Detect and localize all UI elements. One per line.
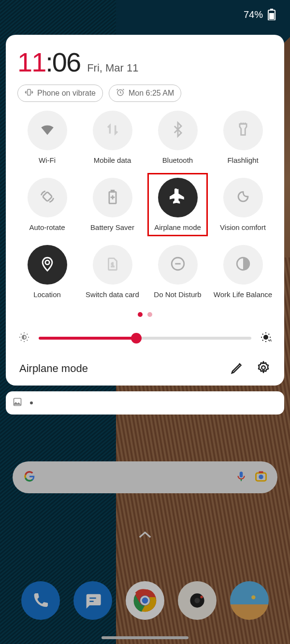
vibrate-label: Phone on vibrate	[37, 89, 96, 98]
chrome-app[interactable]	[126, 581, 164, 620]
status-bar: 74%	[0, 0, 290, 29]
page-dot-1[interactable]	[138, 312, 143, 317]
qs-bluetooth[interactable]: Bluetooth	[145, 111, 210, 164]
qs-battery-saver[interactable]: Battery Saver	[80, 178, 145, 231]
clock-time: 11:06	[17, 46, 80, 78]
wifi-icon	[39, 121, 56, 140]
qs-work-life-balance[interactable]: Work Life Balance	[210, 245, 276, 299]
qs-do-not-disturb[interactable]: Do Not Disturb	[145, 245, 210, 299]
clock-date: Fri, Mar 11	[87, 62, 138, 74]
location-icon	[39, 256, 56, 274]
quick-settings-panel: 11:06 Fri, Mar 11 Phone on vibrate Mon 6…	[6, 35, 284, 386]
qs-switch-data-card-label: Switch data card	[86, 290, 139, 299]
svg-rect-16	[240, 472, 243, 477]
bluetooth-icon	[170, 121, 186, 140]
svg-text:A: A	[269, 338, 272, 343]
qs-location[interactable]: Location	[14, 245, 80, 299]
svg-rect-3	[28, 89, 30, 95]
qs-bluetooth-label: Bluetooth	[162, 156, 193, 164]
phone-app[interactable]	[21, 581, 60, 620]
lens-icon[interactable]	[254, 470, 268, 485]
work-life-balance-icon	[235, 256, 251, 274]
qs-vision-comfort[interactable]: Vision comfort	[210, 178, 276, 231]
do-not-disturb-icon	[170, 256, 186, 274]
gallery-app[interactable]	[230, 581, 269, 620]
qs-flashlight[interactable]: Flashlight	[210, 111, 276, 164]
qs-mobile-data[interactable]: Mobile data	[80, 111, 145, 164]
alarm-chip[interactable]: Mon 6:25 AM	[109, 85, 181, 102]
svg-rect-5	[42, 192, 52, 201]
vision-comfort-icon	[235, 188, 251, 207]
svg-point-14	[261, 366, 265, 370]
qs-auto-rotate-label: Auto-rotate	[29, 223, 65, 231]
settings-button[interactable]	[256, 360, 271, 377]
alarm-label: Mon 6:25 AM	[129, 89, 174, 98]
footer-title: Airplane mode	[19, 362, 218, 375]
svg-point-26	[200, 596, 203, 599]
vibrate-chip[interactable]: Phone on vibrate	[17, 85, 103, 102]
qs-flashlight-label: Flashlight	[227, 156, 258, 164]
messages-app[interactable]	[73, 581, 112, 620]
home-dock	[0, 581, 290, 620]
camera-app[interactable]	[178, 581, 217, 620]
vibrate-icon	[25, 88, 33, 99]
flashlight-icon	[235, 121, 251, 140]
svg-point-18	[259, 475, 263, 479]
alarm-icon	[116, 88, 125, 99]
sim-card-icon: 1	[104, 256, 121, 274]
svg-point-12	[263, 335, 268, 340]
svg-point-27	[251, 595, 255, 599]
qs-work-life-balance-label: Work Life Balance	[214, 290, 272, 299]
image-icon	[13, 397, 22, 409]
mic-icon[interactable]	[235, 470, 247, 485]
app-drawer-indicator[interactable]	[138, 530, 152, 541]
qs-airplane-mode[interactable]: Airplane mode	[145, 178, 210, 231]
home-indicator[interactable]	[102, 636, 188, 639]
brightness-thumb[interactable]	[131, 333, 142, 343]
qs-mobile-data-label: Mobile data	[94, 156, 131, 164]
svg-text:1: 1	[111, 262, 114, 268]
page-dot-2[interactable]	[147, 312, 152, 317]
qs-location-label: Location	[33, 290, 61, 299]
pagination-dots	[14, 312, 276, 317]
google-g-icon	[22, 469, 37, 486]
qs-switch-data-card[interactable]: 1 Switch data card	[80, 245, 145, 299]
clock-minute: 06	[52, 47, 80, 77]
edit-button[interactable]	[230, 360, 245, 377]
auto-rotate-icon	[39, 188, 56, 207]
svg-point-23	[141, 597, 149, 604]
quick-settings-grid: Wi-Fi Mobile data Bluetooth Flashlight A…	[14, 111, 276, 299]
google-search-bar[interactable]	[13, 461, 277, 493]
brightness-auto-icon[interactable]: A	[260, 331, 272, 345]
panel-footer: Airplane mode	[14, 360, 276, 377]
qs-auto-rotate[interactable]: Auto-rotate	[14, 178, 80, 231]
battery-percent: 74%	[244, 9, 263, 20]
clock-hour: 11	[17, 47, 45, 77]
qs-vision-comfort-label: Vision comfort	[220, 223, 266, 231]
qs-do-not-disturb-label: Do Not Disturb	[154, 290, 201, 299]
brightness-low-icon	[18, 331, 30, 345]
svg-point-25	[195, 598, 200, 603]
status-chip-row: Phone on vibrate Mon 6:25 AM	[14, 85, 276, 102]
mobile-data-icon	[104, 121, 121, 140]
battery-icon	[268, 9, 276, 20]
brightness-slider-row: A	[14, 331, 276, 345]
svg-rect-2	[269, 13, 274, 19]
qs-wifi-label: Wi-Fi	[39, 156, 56, 164]
brightness-slider[interactable]	[39, 337, 251, 340]
clock-row[interactable]: 11:06 Fri, Mar 11	[14, 46, 276, 78]
qs-battery-saver-label: Battery Saver	[90, 223, 134, 231]
svg-rect-19	[259, 472, 263, 473]
battery-saver-icon	[104, 188, 121, 207]
qs-wifi[interactable]: Wi-Fi	[14, 111, 80, 164]
highlight-box	[147, 173, 208, 236]
svg-point-7	[45, 260, 49, 265]
notification-bar[interactable]	[6, 391, 284, 415]
notification-dot	[30, 401, 33, 404]
